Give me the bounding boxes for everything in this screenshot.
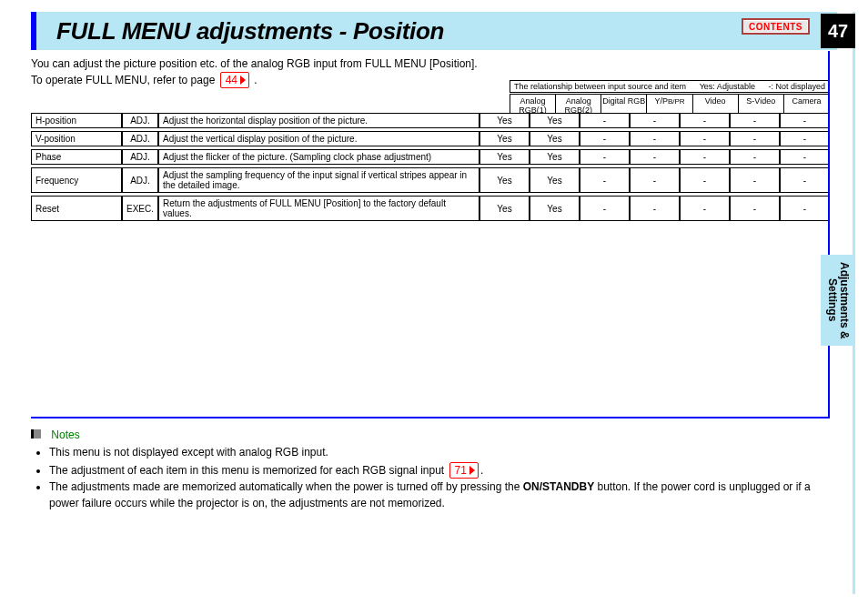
notes-title: Notes	[51, 428, 79, 441]
page-ref-44[interactable]: 44	[220, 72, 249, 88]
col-ypbpr-main: Y/P	[654, 96, 668, 106]
cell-src: Yes	[479, 131, 530, 146]
notes-list: This menu is not displayed except with a…	[31, 445, 830, 511]
cell-src: -	[630, 113, 680, 128]
cell-desc: Adjust the horizontal display position o…	[158, 113, 479, 128]
intro-line-2a: To operate FULL MENU, refer to page	[31, 74, 218, 86]
cell-type: ADJ.	[122, 167, 158, 193]
cell-type: EXEC.	[122, 196, 158, 221]
cell-name: V-position	[31, 131, 122, 146]
notes-heading: Notes	[31, 428, 830, 443]
cell-name: H-position	[31, 113, 122, 128]
cell-src: -	[630, 167, 680, 193]
cell-src: -	[730, 113, 780, 128]
cell-desc: Adjust the flicker of the picture. (Samp…	[158, 149, 479, 165]
cell-src: -	[630, 149, 680, 165]
intro-line-1: You can adjust the picture position etc.…	[31, 56, 823, 72]
page-title: FULL MENU adjustments - Position	[56, 17, 444, 45]
table-row: V-positionADJ.Adjust the vertical displa…	[31, 131, 830, 146]
cell-src: Yes	[479, 167, 530, 193]
cell-src: Yes	[530, 167, 580, 193]
cell-src: -	[630, 131, 680, 146]
cell-type: ADJ.	[122, 149, 158, 165]
cell-src: -	[730, 196, 780, 221]
note-bold: ON/STANDBY	[523, 480, 594, 493]
cell-src: Yes	[530, 131, 580, 146]
table-row: PhaseADJ.Adjust the flicker of the pictu…	[31, 149, 830, 165]
adjustments-table: H-positionADJ.Adjust the horizontal disp…	[31, 110, 830, 224]
cell-desc: Return the adjustments of FULL MENU [Pos…	[158, 196, 479, 221]
cell-src: -	[580, 167, 630, 193]
cell-src: -	[780, 149, 830, 165]
cell-src: -	[580, 149, 630, 165]
page-number: 47	[821, 14, 855, 48]
cell-name: Phase	[31, 149, 122, 165]
rel-caption-mid: Yes: Adjustable	[700, 82, 755, 91]
notes-section: Notes This menu is not displayed except …	[31, 428, 830, 512]
note-text-b: .	[480, 464, 483, 477]
cell-src: Yes	[530, 149, 580, 165]
cell-src: Yes	[479, 196, 530, 221]
cell-name: Reset	[31, 196, 122, 221]
cell-src: -	[780, 196, 830, 221]
contents-button[interactable]: CONTENTS	[742, 18, 810, 35]
page-header: FULL MENU adjustments - Position	[31, 12, 837, 50]
page: FULL MENU adjustments - Position CONTENT…	[0, 0, 868, 615]
cell-src: -	[780, 131, 830, 146]
cell-type: ADJ.	[122, 131, 158, 146]
side-tab: Adjustments & Settings	[821, 255, 855, 346]
note-item: This menu is not displayed except with a…	[49, 445, 830, 460]
cell-desc: Adjust the vertical display position of …	[158, 131, 479, 146]
cell-src: -	[580, 131, 630, 146]
cell-src: -	[630, 196, 680, 221]
cell-src: -	[780, 113, 830, 128]
table-row: FrequencyADJ.Adjust the sampling frequen…	[31, 167, 830, 193]
note-text-a: This menu is not displayed except with a…	[49, 446, 328, 459]
table-row: ResetEXEC.Return the adjustments of FULL…	[31, 196, 830, 221]
note-text-a: The adjustments made are memorized autom…	[49, 480, 523, 493]
cell-src: -	[680, 196, 730, 221]
cell-src: -	[680, 113, 730, 128]
cell-desc: Adjust the sampling frequency of the inp…	[158, 167, 479, 193]
rel-caption-right: -: Not displayed	[768, 82, 825, 91]
cell-src: -	[680, 167, 730, 193]
cell-src: -	[580, 113, 630, 128]
table-row: H-positionADJ.Adjust the horizontal disp…	[31, 113, 830, 128]
cell-src: -	[580, 196, 630, 221]
cell-src: -	[730, 167, 780, 193]
cell-src: Yes	[530, 196, 580, 221]
note-item: The adjustment of each item in this menu…	[49, 462, 830, 479]
page-ref-71[interactable]: 71	[449, 462, 479, 479]
rel-caption-left: The relationship between input source an…	[514, 82, 686, 91]
cell-src: Yes	[479, 113, 530, 128]
cell-src: Yes	[479, 149, 530, 165]
col-ypbpr-sub: B/PR	[668, 97, 685, 106]
note-text-a: The adjustment of each item in this menu…	[49, 464, 448, 477]
note-marker-icon	[31, 429, 41, 439]
cell-src: -	[680, 149, 730, 165]
cell-src: -	[730, 149, 780, 165]
cell-src: -	[680, 131, 730, 146]
cell-src: Yes	[530, 113, 580, 128]
relationship-caption: The relationship between input source an…	[510, 80, 830, 93]
cell-name: Frequency	[31, 167, 122, 193]
intro-line-2b: .	[254, 74, 257, 86]
note-item: The adjustments made are memorized autom…	[49, 479, 830, 511]
side-tab-label: Adjustments & Settings	[826, 255, 850, 346]
cell-type: ADJ.	[122, 113, 158, 128]
cell-src: -	[780, 167, 830, 193]
cell-src: -	[730, 131, 780, 146]
